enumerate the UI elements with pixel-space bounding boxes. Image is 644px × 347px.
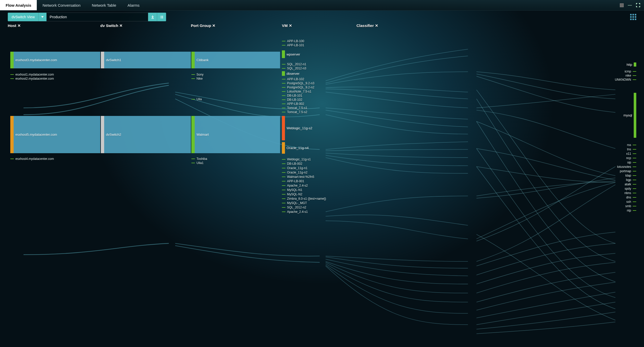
vm-node-thin[interactable]: PostgreSQL_9.2-n2 (282, 86, 314, 89)
close-icon[interactable]: ✕ (375, 23, 378, 28)
close-icon[interactable]: ✕ (119, 23, 123, 28)
host-node[interactable]: esxhost3.mydatacenter.com (10, 52, 100, 68)
classifier-node-thin[interactable]: portmap (620, 169, 636, 173)
classifier-node-thin[interactable]: smb (625, 204, 636, 208)
classifier-node-thin[interactable]: atalk (625, 182, 636, 186)
column-dvswitch[interactable]: dv Switch ✕ (100, 23, 123, 28)
dvswitch-node[interactable]: dvSwitch1 (101, 52, 191, 68)
vm-node-thin[interactable]: APP-LB-001 (282, 179, 304, 183)
vm-node-thin[interactable]: Oracle_11g-n2 (282, 171, 307, 174)
vm-node-thin[interactable]: Apache_2.4-s1 (282, 210, 308, 214)
classifier-node-thin[interactable]: bgp (626, 178, 636, 182)
classifier-node[interactable]: mysql (623, 93, 636, 138)
vm-node-thin[interactable]: Oracle_11g-n1 (282, 166, 307, 170)
vm-node-thin[interactable]: MySQL-N2 (282, 193, 302, 196)
vm-node-thin[interactable]: DB-LB-101 (282, 94, 302, 97)
tick-icon (633, 197, 636, 198)
tab-network-table[interactable]: Network Table (86, 0, 122, 10)
vm-node-thin[interactable]: LotusNote_7.5-s1 (282, 90, 311, 93)
vm-node-thin[interactable]: APP-LB-101 (282, 43, 304, 47)
classifier-node-thin[interactable]: dns (626, 196, 636, 199)
vm-node[interactable]: wpserver (282, 50, 300, 58)
column-portgroup[interactable]: Port Group ✕ (191, 23, 216, 28)
vm-node-thin[interactable]: Tomcat_7.5-s2 (282, 110, 307, 114)
dvswitch-node[interactable]: dvSwitch2 (101, 116, 191, 153)
portgroup-node-thin[interactable]: Nike (191, 77, 203, 80)
vm-node-thin[interactable]: SQL_2012-n2 (282, 206, 306, 209)
close-icon[interactable]: ✕ (17, 23, 21, 28)
context-field[interactable]: Production (47, 13, 148, 21)
vm-node-thin[interactable]: APP-LB-100 (282, 39, 304, 43)
portgroup-node[interactable]: Citibank (191, 52, 280, 68)
portgroup-node-thin[interactable]: Uila1 (191, 161, 203, 165)
tick-icon (282, 181, 285, 181)
vm-node-thin[interactable]: MySQL-_MGT (282, 201, 307, 205)
view-selector[interactable]: dvSwitch View (8, 13, 47, 21)
vm-node-thin[interactable]: Walmart-test-%2fn5 (282, 175, 314, 179)
classifier-node-thin[interactable]: nbns (624, 191, 636, 195)
vm-node-thin[interactable]: DB-LB-102 (282, 98, 302, 102)
sankey-canvas: esxhost3.mydatacenter.com esxhost5.mydat… (0, 31, 644, 347)
vm-node-thin[interactable]: Apache_2.4-s2 (282, 184, 308, 187)
classifier-node-thin[interactable]: ntp (627, 209, 636, 212)
close-icon[interactable]: ✕ (289, 23, 292, 28)
vm-node-thin[interactable]: Zimbra_8.0-s1 ([test+name]) (282, 197, 326, 200)
list-view-button[interactable] (157, 13, 166, 21)
tick-icon (633, 162, 636, 163)
vm-node-thin[interactable]: APP-LB-002 (282, 102, 304, 106)
classifier-node-thin[interactable]: ssh (626, 200, 636, 204)
portgroup-node[interactable]: Walmart (191, 116, 280, 153)
vm-node[interactable]: Oracle_11g-n4 (282, 142, 309, 154)
vm-node-thin[interactable]: PostgreSQL_9.2-n3 (282, 81, 314, 85)
host-node-thin[interactable]: esxhost2.mydatacenter.com (10, 77, 54, 80)
tab-flow-analysis[interactable]: Flow Analysis (0, 0, 37, 10)
svg-rect-2 (161, 16, 163, 16)
grid-view-icon[interactable] (630, 14, 636, 20)
portgroup-node-thin[interactable]: Toshiba (191, 157, 207, 161)
tick-icon (633, 149, 636, 150)
vm-node-thin[interactable]: Weblogic_11g-s1 (282, 158, 311, 161)
tick-icon (633, 180, 636, 180)
classifier-node-thin[interactable]: x11 (626, 152, 636, 156)
vm-node-thin[interactable]: SQL_2012-n3 (282, 67, 306, 70)
portgroup-node-thin[interactable]: Sony (191, 73, 203, 76)
close-icon[interactable]: ✕ (212, 23, 216, 28)
classifier-node-thin[interactable]: lotusnotes (617, 165, 636, 169)
classifier-node-thin[interactable]: tns (627, 148, 636, 151)
tick-icon (633, 79, 636, 80)
classifier-node-thin[interactable]: UNKNOWN (615, 78, 636, 81)
classifier-node-thin[interactable]: ncp (626, 156, 636, 160)
download-button[interactable] (148, 13, 157, 21)
tab-network-conversation[interactable]: Network Conversation (37, 0, 86, 10)
classifier-node-thin[interactable]: ldap (625, 174, 636, 177)
portgroup-node-thin[interactable]: Uila (191, 97, 202, 101)
host-node[interactable]: esxhost5.mydatacenter.com (10, 116, 100, 153)
column-classifier[interactable]: Classifier ✕ (356, 23, 378, 28)
column-vm[interactable]: VM ✕ (282, 23, 292, 28)
dvswitch-color-swatch (101, 116, 104, 153)
classifier-node-thin[interactable]: spdy (625, 187, 636, 190)
vm-node-thin[interactable]: MySQL-N1 (282, 188, 302, 192)
vm-node-thin[interactable]: DB-LB-002 (282, 162, 302, 166)
window-expand-icon[interactable] (636, 3, 640, 7)
tick-icon (282, 203, 285, 203)
host-node-thin[interactable]: esxhost4.mydatacenter.com (10, 157, 54, 161)
tick-icon (191, 74, 195, 75)
host-color-swatch (10, 116, 14, 153)
classifier-node-thin[interactable]: sip (627, 161, 636, 164)
vm-node-thin[interactable]: SQL_2012-n1 (282, 62, 306, 66)
classifier-node-thin[interactable]: rss (627, 143, 636, 147)
window-stop-icon[interactable] (619, 3, 624, 7)
host-node-thin[interactable]: esxhost1.mydatacenter.com (10, 73, 54, 76)
classifier-node-thin[interactable]: nike (625, 74, 636, 77)
vm-node-thin[interactable]: Tomcat_7.5-s1 (282, 106, 307, 110)
vm-node[interactable]: Weblogic_11g-s2 (282, 116, 312, 140)
vm-node[interactable]: dbserver (282, 71, 300, 76)
vm-node-thin[interactable]: APP-LB-102 (282, 77, 304, 81)
window-minimize-icon[interactable]: — (628, 3, 632, 7)
tab-alarms[interactable]: Alarms (122, 0, 145, 10)
column-host[interactable]: Host ✕ (8, 23, 21, 28)
classifier-node-thin[interactable]: icmp (625, 70, 636, 73)
tick-icon (633, 184, 636, 185)
classifier-node[interactable]: http (627, 62, 636, 67)
